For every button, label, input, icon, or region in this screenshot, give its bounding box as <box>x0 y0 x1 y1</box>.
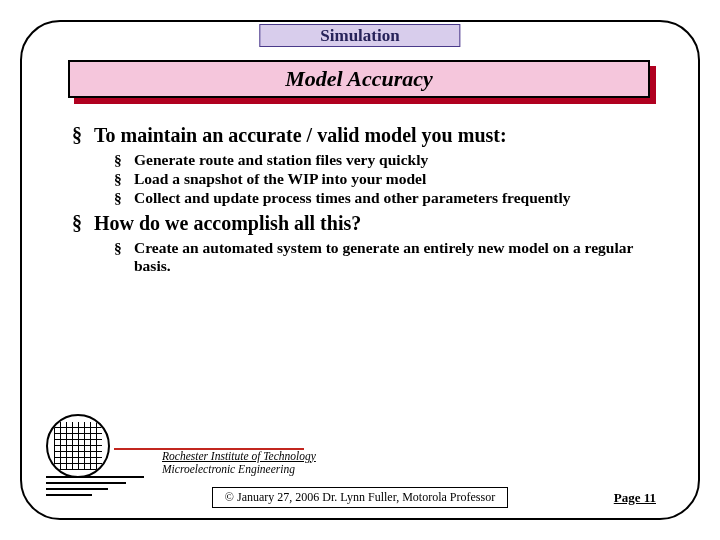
slide-frame: Simulation Model Accuracy § To maintain … <box>20 20 700 520</box>
bullet-glyph: § <box>114 170 134 188</box>
content-area: § To maintain an accurate / valid model … <box>72 118 648 276</box>
header-label: Simulation <box>259 24 460 47</box>
bullet-lvl2: § Generate route and station files very … <box>114 151 648 169</box>
page-number: Page 11 <box>614 490 656 506</box>
bullet-text: Generate route and station files very qu… <box>134 151 428 169</box>
copyright-text: © January 27, 2006 Dr. Lynn Fuller, Moto… <box>225 490 495 504</box>
bullet-glyph: § <box>114 151 134 169</box>
bullet-lvl1: § How do we accomplish all this? <box>72 212 648 235</box>
bullet-text: How do we accomplish all this? <box>94 212 361 235</box>
title-band: Model Accuracy <box>68 60 650 98</box>
bullet-glyph: § <box>72 212 94 235</box>
bullet-glyph: § <box>114 239 134 275</box>
affiliation-line2: Microelectronic Engineering <box>162 463 316 476</box>
slide-title: Model Accuracy <box>285 66 433 92</box>
bullet-lvl2: § Load a snapshot of the WIP into your m… <box>114 170 648 188</box>
affiliation-line1: Rochester Institute of Technology <box>162 450 316 463</box>
bullet-text: Load a snapshot of the WIP into your mod… <box>134 170 426 188</box>
bullet-glyph: § <box>72 124 94 147</box>
logo-grid-icon <box>54 422 102 470</box>
bullet-text: Create an automated system to generate a… <box>134 239 648 275</box>
bullet-text: To maintain an accurate / valid model yo… <box>94 124 507 147</box>
bullet-text: Collect and update process times and oth… <box>134 189 571 207</box>
bullet-lvl1: § To maintain an accurate / valid model … <box>72 124 648 147</box>
bullet-lvl2: § Collect and update process times and o… <box>114 189 648 207</box>
copyright-box: © January 27, 2006 Dr. Lynn Fuller, Moto… <box>212 487 508 508</box>
bullet-lvl2: § Create an automated system to generate… <box>114 239 648 275</box>
affiliation: Rochester Institute of Technology Microe… <box>162 450 316 476</box>
footer: © January 27, 2006 Dr. Lynn Fuller, Moto… <box>22 487 698 508</box>
header-label-text: Simulation <box>320 26 399 45</box>
logo-circle-icon <box>46 414 110 478</box>
logo <box>46 426 144 490</box>
bullet-glyph: § <box>114 189 134 207</box>
